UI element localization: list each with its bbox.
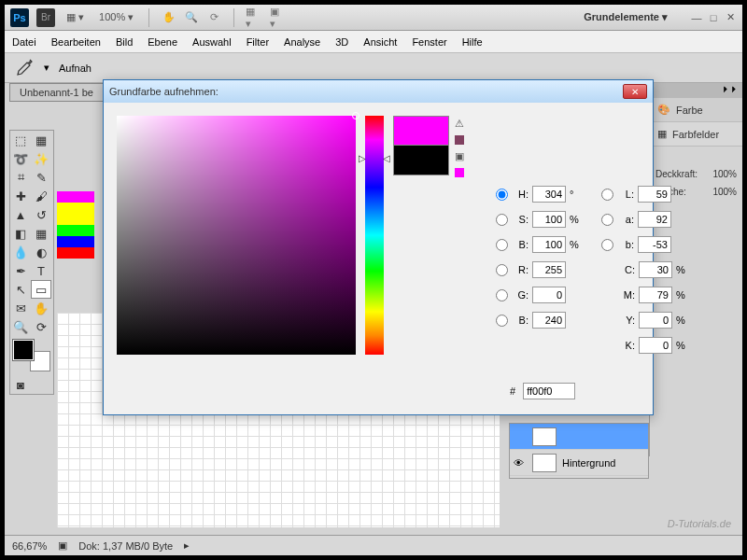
dialog-titlebar[interactable]: Grundfarbe aufnehmen: ✕ <box>104 80 653 103</box>
close-button[interactable]: ✕ <box>724 11 737 24</box>
move-tool[interactable]: ⬚ <box>10 131 31 149</box>
layer-row-selected[interactable] <box>510 424 648 450</box>
panel-tab-color[interactable]: 🎨 Farbe <box>650 98 742 122</box>
menu-help[interactable]: Hilfe <box>462 36 483 48</box>
radio-r[interactable] <box>496 264 508 276</box>
b-blue-input[interactable] <box>532 312 566 329</box>
color-value-fields: H:° S:% B:% R: G: B: L: a: b: C:% M:% Y:… <box>496 185 641 355</box>
opacity-value[interactable]: 100% <box>712 169 737 179</box>
current-color-swatch[interactable] <box>393 146 449 175</box>
dodge-tool[interactable]: ◐ <box>31 243 51 261</box>
doc-info[interactable]: Dok: 1,37 MB/0 Byte <box>78 540 173 552</box>
menu-analysis[interactable]: Analyse <box>284 36 320 48</box>
visibility-icon[interactable]: 👁 <box>514 457 527 469</box>
hand-tool[interactable]: ✋ <box>31 299 51 317</box>
layer-row-background[interactable]: 👁 Hintergrund <box>510 450 648 476</box>
hex-input[interactable] <box>523 383 575 399</box>
layer-name[interactable]: Hintergrund <box>562 457 615 469</box>
websafe-color-icon[interactable] <box>455 168 464 177</box>
radio-h[interactable] <box>496 189 508 201</box>
tool-options-label: Aufnah <box>59 63 92 74</box>
arrange-docs-icon[interactable]: ▦ ▾ <box>246 9 262 26</box>
blur-tool[interactable]: 💧 <box>10 243 31 261</box>
rotate-view-icon[interactable]: ⟳ <box>205 9 222 26</box>
statusbar-arrow-icon[interactable]: ▸ <box>184 539 190 552</box>
stamp-tool[interactable]: ▲ <box>10 205 31 224</box>
menu-edit[interactable]: Bearbeiten <box>51 36 101 48</box>
hue-slider[interactable]: ▷◁ <box>365 116 384 355</box>
panel-tab-swatches[interactable]: ▦ Farbfelder <box>650 122 742 147</box>
brush-tool[interactable]: 🖌 <box>31 187 51 205</box>
b-lab-input[interactable] <box>638 236 671 253</box>
panel-collapse-icon[interactable]: ⏵⏵ <box>650 83 742 98</box>
wand-tool[interactable]: ✨ <box>31 149 51 168</box>
radio-bblue[interactable] <box>496 315 508 327</box>
minimize-button[interactable]: — <box>690 11 703 24</box>
heal-tool[interactable]: ✚ <box>10 187 31 205</box>
radio-g[interactable] <box>496 289 508 301</box>
screen-mode-icon[interactable]: ▣ ▾ <box>270 9 287 26</box>
zoom-tool-icon[interactable]: 🔍 <box>183 9 200 26</box>
zoom-level[interactable]: 66,67% <box>12 540 47 552</box>
gamut-color-icon[interactable] <box>455 135 464 145</box>
menu-3d[interactable]: 3D <box>335 36 348 48</box>
color-swatches[interactable] <box>11 340 52 371</box>
a-input[interactable] <box>638 211 671 228</box>
gradient-tool[interactable]: ▦ <box>31 224 51 243</box>
notes-tool[interactable]: ✉ <box>10 299 31 317</box>
radio-bb[interactable] <box>601 239 613 251</box>
menu-filter[interactable]: Filter <box>247 36 269 48</box>
radio-s[interactable] <box>496 214 508 226</box>
quickmask-toggle[interactable]: ◙ <box>10 375 31 394</box>
r-input[interactable] <box>532 261 566 278</box>
fill-value[interactable]: 100% <box>712 187 737 197</box>
m-input[interactable] <box>639 287 672 303</box>
k-input[interactable] <box>639 337 672 354</box>
menu-select[interactable]: Auswahl <box>192 36 232 48</box>
websafe-warning-icon[interactable]: ▣ <box>455 150 464 162</box>
eraser-tool[interactable]: ◧ <box>10 224 31 243</box>
crop-tool[interactable]: ⌗ <box>10 168 31 187</box>
zoom-dropdown[interactable]: 100% ▾ <box>95 9 137 25</box>
type-tool[interactable]: T <box>31 261 51 280</box>
c-label: C: <box>620 264 635 275</box>
menu-layer[interactable]: Ebene <box>148 36 177 48</box>
menu-file[interactable]: Datei <box>12 36 36 48</box>
dialog-close-button[interactable]: ✕ <box>623 84 647 99</box>
document-tab[interactable]: Unbenannt-1 be <box>9 83 104 102</box>
radio-b[interactable] <box>496 239 508 251</box>
g-input[interactable] <box>532 287 566 303</box>
radio-l[interactable] <box>601 189 613 201</box>
h-input[interactable] <box>532 186 566 203</box>
l-input[interactable] <box>638 186 671 203</box>
s-input[interactable] <box>532 211 566 228</box>
menubar: Datei Bearbeiten Bild Ebene Auswahl Filt… <box>5 31 742 53</box>
path-tool[interactable]: ↖ <box>10 280 31 299</box>
shape-tool[interactable]: ▭ <box>31 280 51 299</box>
new-color-swatch[interactable] <box>393 116 449 146</box>
menu-image[interactable]: Bild <box>116 36 133 48</box>
radio-a[interactable] <box>601 214 613 226</box>
pen-tool[interactable]: ✒ <box>10 261 31 280</box>
workspace-switcher[interactable]: Grundelemente ▾ <box>576 9 675 25</box>
lasso-tool[interactable]: ➰ <box>10 149 31 168</box>
rotate-tool[interactable]: ⟳ <box>31 317 51 336</box>
marquee-tool[interactable]: ▦ <box>31 131 51 149</box>
saturation-brightness-field[interactable] <box>117 116 356 355</box>
maximize-button[interactable]: □ <box>707 11 720 24</box>
eyedropper-tool[interactable]: ✎ <box>31 168 51 187</box>
menu-view[interactable]: Ansicht <box>363 36 397 48</box>
bridge-logo-icon[interactable]: Br <box>36 8 55 27</box>
b-brightness-input[interactable] <box>532 236 566 253</box>
swatch-row <box>57 203 94 214</box>
layout-dropdown[interactable]: ▦ ▾ <box>63 9 88 25</box>
hand-tool-icon[interactable]: ✋ <box>161 9 177 26</box>
gamut-warning-icon[interactable]: ⚠ <box>455 118 464 130</box>
c-input[interactable] <box>639 261 672 278</box>
zoom-tool[interactable]: 🔍 <box>10 317 31 336</box>
menu-window[interactable]: Fenster <box>412 36 446 48</box>
foreground-color-swatch[interactable] <box>13 340 34 360</box>
y-input[interactable] <box>639 312 672 329</box>
history-brush-tool[interactable]: ↺ <box>31 205 51 224</box>
layer-thumbnail <box>532 427 557 446</box>
